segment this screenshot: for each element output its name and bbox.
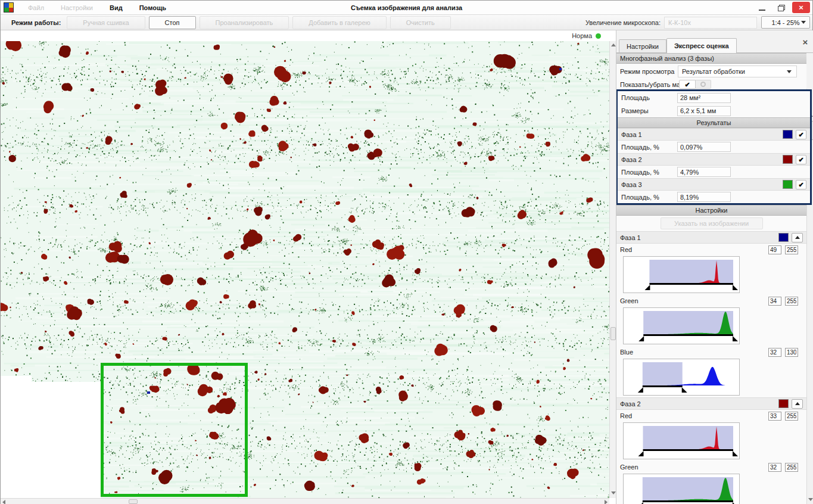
view-mode-label: Режим просмотра xyxy=(620,68,674,75)
magnification-label: Увеличение микроскопа: xyxy=(585,19,661,26)
histogram-red[interactable] xyxy=(623,422,740,459)
app-icon xyxy=(4,2,14,13)
channel-row-blue: Blue xyxy=(616,346,806,358)
phase-label: Фаза 1 xyxy=(621,131,642,138)
scroll-down-icon[interactable] xyxy=(808,498,813,501)
phase-label: Фаза 3 xyxy=(621,181,642,188)
app-window: ФайлНастройкиВидПомощь Съемка изображени… xyxy=(0,0,813,504)
channel-row-green: Green xyxy=(616,461,806,473)
channel-max-input[interactable] xyxy=(785,463,798,472)
histogram-green[interactable] xyxy=(623,474,740,504)
pick-on-image-button[interactable]: Указать на изображении xyxy=(661,217,763,229)
viewer-vertical-scrollbar[interactable] xyxy=(609,41,616,498)
phase-1-percent-row-value[interactable] xyxy=(677,142,731,152)
histogram-blue[interactable] xyxy=(623,359,740,396)
vertical-scroll-thumb[interactable] xyxy=(610,327,616,340)
area-row-value[interactable] xyxy=(677,93,731,103)
histogram-red[interactable] xyxy=(623,256,740,293)
channel-min-input[interactable] xyxy=(768,412,781,421)
menu-item-вид[interactable]: Вид xyxy=(101,4,131,11)
phase-checkbox[interactable]: ✔ xyxy=(796,130,806,139)
horizontal-scroll-thumb[interactable] xyxy=(129,499,138,504)
channel-label: Red xyxy=(620,412,632,419)
result-phase-row-1: Фаза 1✔ xyxy=(618,128,810,141)
mask-on-segment[interactable]: ✔ xyxy=(679,80,696,89)
histogram-green[interactable] xyxy=(623,307,740,344)
channel-max-input[interactable] xyxy=(785,297,798,306)
phase-color-swatch[interactable] xyxy=(783,180,793,189)
collapse-button[interactable] xyxy=(792,233,803,242)
view-mode-row: Режим просмотра Результат обработки xyxy=(616,64,806,79)
close-button[interactable]: × xyxy=(792,2,810,13)
menu-item-помощь[interactable]: Помощь xyxy=(131,4,175,11)
phase-color-swatch[interactable] xyxy=(783,155,793,164)
channel-max-input[interactable] xyxy=(785,245,798,254)
viewer-horizontal-scrollbar[interactable] xyxy=(1,498,609,504)
settings-phase-row-1: Фаза 1 xyxy=(616,231,806,244)
magnification-input[interactable] xyxy=(664,17,757,29)
area-row-label: Площадь xyxy=(621,94,650,101)
restore-icon xyxy=(778,5,784,10)
channel-min-input[interactable] xyxy=(768,348,781,357)
tab-экспресс-оценка[interactable]: Экспресс оценка xyxy=(666,38,737,53)
channel-min-input[interactable] xyxy=(768,245,781,254)
scroll-right-icon[interactable] xyxy=(605,500,608,504)
zoom-level-select[interactable]: 1:4 - 25% xyxy=(761,16,810,29)
phase-color-swatch[interactable] xyxy=(778,233,789,242)
area-row: Площадь xyxy=(618,91,810,104)
phase-color-swatch[interactable] xyxy=(783,130,793,139)
settings-phase-row-2: Фаза 2 xyxy=(616,397,806,410)
arrow-up-icon xyxy=(795,402,800,405)
phase-label: Фаза 2 xyxy=(621,156,642,163)
channel-row-green: Green xyxy=(616,295,806,307)
channel-min-input[interactable] xyxy=(768,463,781,472)
checkmark-icon: ✔ xyxy=(684,81,690,88)
results-highlight-box: ПлощадьРазмерыРезультатыФаза 1✔Площадь, … xyxy=(616,89,812,205)
mask-off-segment[interactable] xyxy=(696,80,711,89)
view-mode-select[interactable]: Результат обработки xyxy=(678,66,797,77)
phase-checkbox[interactable]: ✔ xyxy=(796,180,806,189)
size-row: Размеры xyxy=(618,104,810,117)
result-phase-row-3: Фаза 3✔ xyxy=(618,178,810,191)
phase-channel-settings: Фаза 1RedGreenBlueФаза 2RedGreen xyxy=(616,231,806,504)
selection-rectangle[interactable] xyxy=(101,363,248,497)
phase-2-percent-row-value[interactable] xyxy=(677,167,731,177)
phase-1-percent-row: Площадь, % xyxy=(618,141,810,153)
channel-max-input[interactable] xyxy=(785,348,798,357)
scroll-up-icon[interactable] xyxy=(611,43,616,46)
restore-button[interactable] xyxy=(773,2,789,13)
toolbar-button-0: Ручная сшивка xyxy=(67,16,145,29)
phase-3-percent-row-value[interactable] xyxy=(677,192,731,202)
panel-close-icon[interactable]: × xyxy=(800,38,810,47)
phase-checkbox[interactable]: ✔ xyxy=(796,155,806,164)
phase-color-swatch[interactable] xyxy=(778,399,789,408)
scroll-down-icon[interactable] xyxy=(611,491,616,494)
status-indicator-icon xyxy=(596,33,601,39)
collapse-button[interactable] xyxy=(792,399,803,409)
size-row-value[interactable] xyxy=(677,106,731,116)
arrow-up-icon xyxy=(795,236,800,239)
settings-section-header: Настройки xyxy=(616,205,806,216)
phase-1-percent-row-label: Площадь, % xyxy=(621,144,659,151)
analysis-panel: НастройкиЭкспресс оценка × Многофазный а… xyxy=(616,30,813,504)
scroll-left-icon[interactable] xyxy=(2,500,5,504)
status-strip: Норма xyxy=(1,30,609,41)
phase-label: Фаза 1 xyxy=(620,234,641,241)
status-label: Норма xyxy=(572,32,592,39)
close-icon: × xyxy=(799,3,803,12)
toolbar-button-4: Очистить xyxy=(390,16,451,29)
histogram-wrap xyxy=(616,256,806,295)
specimen-image[interactable] xyxy=(1,41,609,498)
work-mode-label: Режим работы: xyxy=(11,19,61,26)
minimize-button[interactable] xyxy=(754,2,770,13)
panel-body: Многофазный анализ (3 фазы) Режим просмо… xyxy=(616,53,806,504)
channel-min-input[interactable] xyxy=(768,297,781,306)
toolbar-button-1[interactable]: Стоп xyxy=(149,16,196,29)
minimize-icon xyxy=(759,10,765,11)
chevron-down-icon xyxy=(801,21,806,24)
tab-настройки[interactable]: Настройки xyxy=(619,39,666,53)
mask-toggle[interactable]: ✔ xyxy=(679,80,711,89)
channel-max-input[interactable] xyxy=(785,412,798,421)
toolbar-button-3: Добавить в галерею xyxy=(292,16,386,29)
settings-header-label: Настройки xyxy=(696,207,728,214)
